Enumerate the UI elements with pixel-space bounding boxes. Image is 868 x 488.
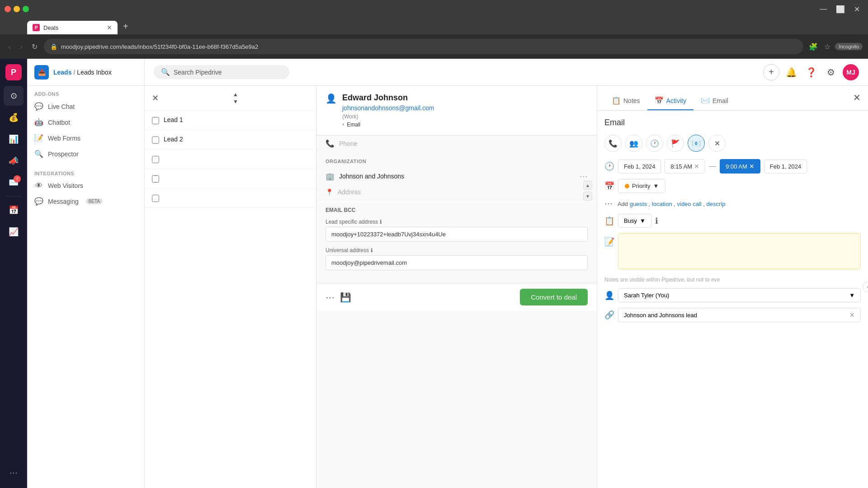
datetime-row: 🕐 Feb 1, 2024 8:15 AM ✕ — 9:00 AM ✕ xyxy=(604,159,861,174)
lead-scroll-buttons: ▲ ▼ xyxy=(162,91,309,105)
window-controls-right[interactable]: — ⬜ ✕ xyxy=(816,4,863,14)
bookmark-btn[interactable]: ☆ xyxy=(822,41,832,53)
nav-more[interactable]: ⋯ xyxy=(4,463,24,483)
type-call-btn[interactable]: 📞 xyxy=(604,135,622,152)
org-row[interactable]: 🏢 Johnson and Johnsons ⋯ xyxy=(316,168,597,185)
refresh-btn[interactable]: ↻ xyxy=(29,41,40,53)
list-item[interactable] xyxy=(145,169,316,188)
lead-checkbox[interactable] xyxy=(152,156,159,163)
description-link[interactable]: descrip xyxy=(707,201,726,207)
type-meeting-btn[interactable]: 👥 xyxy=(625,135,642,152)
tab-deals[interactable]: P Deals ✕ xyxy=(27,21,118,34)
lead-name: Lead 1 xyxy=(164,116,309,123)
close-activity-panel-btn[interactable]: ✕ xyxy=(853,92,861,104)
close-lead-btn[interactable]: ✕ xyxy=(152,93,159,103)
search-input[interactable]: Search Pipedrive xyxy=(174,69,222,76)
nav-growth[interactable]: 📈 xyxy=(4,222,24,242)
maximize-window-btn[interactable] xyxy=(23,6,29,12)
minimize-window-btn[interactable] xyxy=(14,6,20,12)
datetime-dash: — xyxy=(709,162,716,170)
end-time-input[interactable]: 9:00 AM ✕ xyxy=(720,159,760,174)
start-time-clear-btn[interactable]: ✕ xyxy=(694,163,699,170)
save-btn[interactable]: 💾 xyxy=(340,292,351,303)
list-item[interactable]: Lead 2 xyxy=(145,130,316,150)
forward-btn[interactable]: › xyxy=(17,40,25,53)
scroll-up-btn[interactable]: ▲ xyxy=(162,91,309,98)
org-actions-btn[interactable]: ⋯ xyxy=(580,171,588,181)
start-time-input[interactable]: 8:15 AM ✕ xyxy=(665,159,705,174)
linked-clear-btn[interactable]: ✕ xyxy=(849,311,855,319)
nav-mail[interactable]: ✉️ 7 xyxy=(4,173,24,192)
lead-address-input[interactable] xyxy=(326,227,588,242)
window-controls[interactable] xyxy=(5,6,29,12)
lead-checkbox[interactable] xyxy=(152,195,159,202)
notifications-btn[interactable]: 🔔 xyxy=(783,64,799,80)
busy-info-btn[interactable]: ℹ xyxy=(655,216,658,226)
scroll-down-btn[interactable]: ▼ xyxy=(162,99,309,105)
type-email-btn[interactable]: 📧 xyxy=(688,135,705,152)
list-item[interactable]: Lead 1 xyxy=(145,111,316,130)
more-actions-btn[interactable]: ⋯ xyxy=(326,292,335,303)
lead-checkbox[interactable] xyxy=(152,117,159,124)
nav-activities[interactable]: 📅 xyxy=(4,200,24,220)
back-btn[interactable]: ‹ xyxy=(5,40,14,53)
full-header: 🔍 Search Pipedrive + 🔔 ❓ ⚙ MJ xyxy=(145,59,868,86)
type-other-btn[interactable]: ✕ xyxy=(708,135,726,152)
close-btn[interactable]: ✕ xyxy=(850,4,863,14)
search-bar[interactable]: 🔍 Search Pipedrive xyxy=(154,65,289,79)
sidebar-item-livechat[interactable]: 💬 Live Chat xyxy=(27,99,144,114)
lead-checkbox[interactable] xyxy=(152,136,159,144)
assigned-select[interactable]: Sarah Tyler (You) ▼ xyxy=(618,288,861,302)
nav-dashboard[interactable]: ⊙ xyxy=(4,86,24,106)
guests-link[interactable]: guests xyxy=(630,201,647,207)
nav-deals[interactable]: 💰 xyxy=(4,108,24,127)
universal-address-input[interactable] xyxy=(326,255,588,270)
note-textarea[interactable] xyxy=(618,233,861,269)
help-btn[interactable]: ❓ xyxy=(803,64,819,80)
add-button[interactable]: + xyxy=(763,64,779,80)
new-tab-btn[interactable]: + xyxy=(119,21,132,32)
left-nav: P ⊙ 💰 📊 📣 ✉️ 7 📅 📈 ⋯ xyxy=(0,59,27,488)
tab-close-btn[interactable]: ✕ xyxy=(107,24,112,31)
close-window-btn[interactable] xyxy=(5,6,11,12)
contact-email[interactable]: johnsonandohnsons@gmail.com xyxy=(342,104,588,112)
location-link[interactable]: location xyxy=(652,201,672,207)
end-date-input[interactable]: Feb 1, 2024 xyxy=(764,160,807,174)
sidebar-item-messaging[interactable]: 💬 Messaging BETA xyxy=(27,193,144,209)
sidebar-item-chatbot[interactable]: 🤖 Chatbot xyxy=(27,114,144,130)
sidebar-item-webvisitors[interactable]: 👁 Web Visitors xyxy=(27,178,144,193)
sidebar-item-webforms[interactable]: 📝 Web Forms xyxy=(27,130,144,146)
scroll-down-arrow[interactable]: ▼ xyxy=(583,192,592,201)
type-deadline-btn[interactable]: 🚩 xyxy=(667,135,684,152)
restore-btn[interactable]: ⬜ xyxy=(832,4,849,14)
sidebar-item-prospector[interactable]: 🔍 Prospector xyxy=(27,146,144,162)
convert-to-deal-btn[interactable]: Convert to deal xyxy=(520,289,588,305)
type-task-btn[interactable]: 🕐 xyxy=(646,135,663,152)
start-date-input[interactable]: Feb 1, 2024 xyxy=(618,160,661,174)
tab-email[interactable]: ✉️ Email xyxy=(693,92,736,110)
nav-reports[interactable]: 📊 xyxy=(4,129,24,149)
tab-activity[interactable]: 📅 Activity xyxy=(647,92,693,110)
note-icon: 📝 xyxy=(604,237,614,247)
list-item[interactable] xyxy=(145,188,316,208)
tab-title: Deals xyxy=(43,24,58,31)
avatar[interactable]: MJ xyxy=(843,64,859,80)
add-fields-row: ⋯ Add guests , location , video call , d… xyxy=(604,198,861,208)
list-item[interactable] xyxy=(145,150,316,169)
breadcrumb-parent[interactable]: Leads xyxy=(53,69,71,76)
end-time-clear-btn[interactable]: ✕ xyxy=(749,163,755,170)
nav-campaigns[interactable]: 📣 xyxy=(4,151,24,171)
app-logo[interactable]: P xyxy=(5,64,22,80)
minimize-btn[interactable]: — xyxy=(816,4,830,14)
note-hint: Notes are visible within Pipedrive, but … xyxy=(604,277,861,283)
tab-notes[interactable]: 📋 Notes xyxy=(604,92,647,110)
extensions-btn[interactable]: 🧩 xyxy=(807,41,820,53)
linked-field[interactable]: Johnson and Johnsons lead ✕ xyxy=(618,308,861,322)
busy-select[interactable]: Busy ▼ xyxy=(618,214,651,228)
lead-checkbox[interactable] xyxy=(152,175,159,183)
scroll-up-arrow[interactable]: ▲ xyxy=(583,181,592,190)
settings-btn[interactable]: ⚙ xyxy=(823,64,839,80)
address-bar[interactable]: 🔒 moodjoy.pipedrive.com/leads/inbox/51f2… xyxy=(44,39,803,54)
video-call-link[interactable]: video call xyxy=(677,201,702,207)
priority-btn[interactable]: Priority ▼ xyxy=(618,179,665,193)
